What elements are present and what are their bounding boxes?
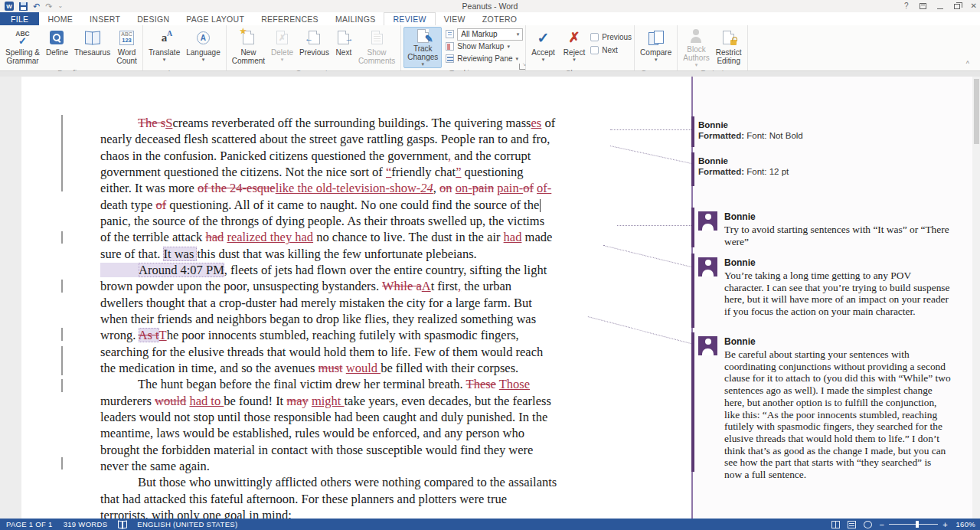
tab-design[interactable]: DESIGN [129,12,178,25]
tab-page-layout[interactable]: PAGE LAYOUT [178,12,253,25]
document-line[interactable]: of the terrible attack had realized they… [100,229,615,245]
document-line[interactable]: chaos in the confusion. Panicked citizen… [100,148,615,164]
document-line[interactable]: never the same again. [100,458,615,474]
comment-author: Bonnie [724,336,951,347]
document-line[interactable]: murderers would had to be found! It may … [100,393,615,409]
document-line[interactable]: meantime, laws would be established, rul… [100,425,615,441]
zoom-slider[interactable] [889,524,938,525]
document-line[interactable]: the medication in time, and so the avenu… [100,360,615,376]
zoom-out-icon[interactable] [880,520,885,529]
document-line[interactable]: The sScreams reverberated off the surrou… [100,115,615,131]
chevron-down-icon: ▾ [517,32,520,37]
define-button[interactable]: Define [43,27,71,68]
word-window: W ↶ ↷ ⌄ Peanuts - Word ? ✕ ▾ FILE HOME I… [0,0,980,530]
document-line[interactable]: dwellers thought that a crop-duster had … [100,295,615,311]
tab-zotero[interactable]: ZOTERO [474,12,526,25]
markup-line-segment [691,332,694,472]
comment-balloon[interactable]: BonnieTry to avoid starting sentences wi… [698,211,966,247]
document-line[interactable]: death type of questioning. All of it cam… [100,197,615,213]
document-line[interactable]: leaders would not stop until those respo… [100,409,615,425]
close-icon[interactable]: ✕ [971,2,977,10]
document-line[interactable]: when their friends and neighbors began t… [100,311,615,327]
document-line[interactable]: brown powder upon the poor, unsuspecting… [100,278,615,294]
zoom-slider-thumb[interactable] [916,521,919,528]
show-comments-button[interactable]: Show Comments [355,27,398,68]
dropdown-icon: ▾ [421,62,424,67]
document-line[interactable]: either. It was more of the 24-esquelike … [100,180,615,196]
word-count-indicator[interactable]: 319 WORDS [64,520,108,528]
restore-icon[interactable] [954,4,960,9]
collapse-ribbon-icon[interactable]: ^ [966,60,969,67]
tab-file[interactable]: FILE [0,12,39,25]
document-line[interactable]: sure of that. It was this dust that was … [100,246,615,262]
previous-comment-button[interactable]: ← Previous [296,27,332,68]
minimize-icon[interactable] [937,8,943,9]
block-authors-button[interactable]: Block Authors ▾ [680,27,712,68]
web-layout-icon[interactable] [864,521,872,528]
zoom-level[interactable]: 160% [956,520,975,528]
tab-mailings[interactable]: MAILINGS [327,12,384,25]
comment-balloon[interactable]: BonnieYou’re taking a long time getting … [698,257,966,318]
compare-button[interactable]: Compare ▾ [637,27,675,68]
document-line[interactable]: that had attacked this fateful afternoon… [100,491,615,507]
translate-button[interactable]: aA Translate ▾ [145,27,183,68]
document-line[interactable]: nearly deceased flesh scattered about th… [100,131,615,147]
tab-insert[interactable]: INSERT [81,12,129,25]
document-line[interactable]: But those who unwittingly afflicted othe… [100,474,615,490]
next-change-button[interactable]: Next [590,44,632,56]
show-markup-button[interactable]: Show Markup ▾ [446,41,523,52]
delete-comment-button[interactable]: ✗ Delete ▾ [268,27,296,68]
tracking-dialog-launcher-icon[interactable] [519,64,525,70]
track-changes-button[interactable]: ✎ Track Changes ▾ [403,27,442,68]
format-change-balloon[interactable]: BonnieFormatted: Font: Not Bold [698,120,966,140]
language-button[interactable]: A Language ▾ [183,27,224,68]
read-mode-icon[interactable] [831,521,840,528]
reject-button[interactable]: ✗ Reject ▾ [560,27,588,68]
language-indicator[interactable]: ENGLISH (UNITED STATES) [137,520,237,528]
block-authors-icon [690,29,702,43]
document-line[interactable]: wrong. As tThe poor innocents stumbled, … [100,327,615,343]
previous-change-button[interactable]: Previous [590,31,632,43]
ribbon-display-options-icon[interactable] [920,3,926,9]
thesaurus-button[interactable]: Thesaurus [71,27,113,68]
next-comment-button[interactable]: → Next [332,27,355,68]
tab-references[interactable]: REFERENCES [253,12,327,25]
new-comment-icon: ★ [243,31,254,44]
scrollbar-thumb[interactable] [974,79,979,144]
dropdown-icon: ▾ [655,57,658,62]
comment-connector-line [603,245,691,267]
dropdown-icon: ▾ [507,44,510,49]
markup-select[interactable]: All Markup ▾ [457,28,523,41]
proofing-status-icon[interactable] [118,521,126,528]
document-line[interactable]: brought the forbidden material in contac… [100,442,615,458]
accept-button[interactable]: ✓ Accept ▾ [528,27,558,68]
help-icon[interactable]: ? [904,2,909,10]
word-count-button[interactable]: ABC123 Word Count [113,27,140,68]
page-indicator[interactable]: PAGE 1 OF 1 [6,520,53,528]
print-layout-icon[interactable] [848,521,856,528]
document-line[interactable]: searching for the elusive threads that w… [100,344,615,360]
document-line[interactable]: government questioned the citizens. Not … [100,164,615,180]
dropdown-icon: ▾ [281,57,284,62]
vertical-scrollbar[interactable] [972,77,980,519]
format-change-balloon[interactable]: BonnieFormatted: Font: 12 pt [698,156,966,176]
comment-connector-line [610,129,691,130]
dropdown-icon: ▾ [516,57,519,61]
document-line[interactable]: Around 4:07 PM, fleets of jets had flown… [100,262,615,278]
tab-review[interactable]: REVIEW [384,12,435,25]
markup-line-segment [691,152,694,186]
document-line[interactable]: panic, the source of the throngs of dyin… [100,213,615,229]
spelling-grammar-button[interactable]: ABC✓ Spelling & Grammar [2,27,43,68]
markup-line-segment [691,208,694,247]
accept-icon: ✓ [537,29,550,47]
document-line[interactable]: The hunt began before the final victim d… [100,376,615,392]
reviewing-pane-button[interactable]: Reviewing Pane ▾ [446,53,523,64]
tab-home[interactable]: HOME [39,12,81,25]
dropdown-icon: ▾ [573,57,576,62]
comment-balloon[interactable]: BonnieBe careful about starting your sen… [698,336,966,481]
document-line[interactable]: terrorists, with only one goal in mind: [100,507,615,519]
zoom-in-icon[interactable] [942,520,948,529]
tab-view[interactable]: VIEW [436,12,474,25]
restrict-editing-button[interactable]: Restrict Editing [713,27,745,68]
new-comment-button[interactable]: ★ New Comment [229,27,268,68]
